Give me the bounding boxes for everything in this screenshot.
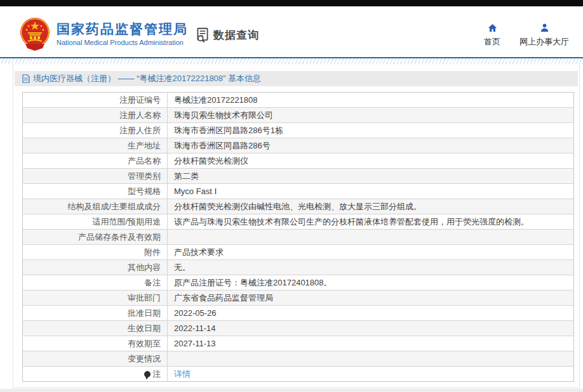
field-value: 该产品与珠海贝索生物技术有限公司生产的分枝杆菌液体培养管配套使用，用于荧光强度的… <box>168 214 574 230</box>
table-row: 注册人住所珠海市香洲区同昌路286号1栋 <box>23 123 574 138</box>
table-row: 管理类别第二类 <box>23 169 574 184</box>
breadcrumb-text: 境内医疗器械（注册） —— “粤械注准20172221808” 基本信息 <box>33 73 261 84</box>
field-label: 结构及组成/主要组成成分 <box>23 199 168 214</box>
comment-icon <box>144 371 151 377</box>
table-row: 变更情况 <box>23 351 574 367</box>
field-label: 生产地址 <box>23 138 168 154</box>
table-row: 注详情 <box>23 367 574 382</box>
nav-service-hall-label: 网上办事大厅 <box>519 36 569 48</box>
field-value: 分枝杆菌荧光检测仪由碱性电池、光电检测、放大显示三部分组成。 <box>168 199 574 214</box>
field-label: 产品名称 <box>23 154 168 169</box>
field-value <box>168 230 574 245</box>
field-value: 分枝杆菌荧光检测仪 <box>168 154 574 169</box>
field-value: 珠海贝索生物技术有限公司 <box>168 108 574 123</box>
field-label: 备注 <box>23 275 168 291</box>
field-label: 批准日期 <box>23 306 168 321</box>
site-header: 国家药品监督管理局 National Medical Products Admi… <box>0 6 583 57</box>
field-label: 有效期至 <box>23 336 168 351</box>
table-row: 产品储存条件及有效期 <box>23 230 574 245</box>
field-value: 珠海市香洲区同昌路286号 <box>168 138 574 154</box>
table-row: 批准日期2022-05-26 <box>23 306 574 321</box>
field-value: 第二类 <box>168 169 574 184</box>
field-label: 注册人住所 <box>23 123 168 138</box>
field-label: 注册证编号 <box>23 93 168 108</box>
field-label: 审批部门 <box>23 291 168 306</box>
user-icon <box>539 23 550 33</box>
table-row: 附件产品技术要求 <box>23 245 574 260</box>
registration-info-table: 注册证编号粤械注准20172221808注册人名称珠海贝索生物技术有限公司注册人… <box>22 92 574 382</box>
field-label: 适用范围/预期用途 <box>23 214 168 230</box>
field-label: 其他内容 <box>23 260 168 275</box>
field-label: 注 <box>23 367 168 382</box>
field-value: 2022-05-26 <box>168 306 574 321</box>
footer-strip <box>0 389 583 392</box>
content-wrapper: 境内医疗器械（注册） —— “粤械注准20172221808” 基本信息 注册证… <box>13 64 580 388</box>
field-value: 详情 <box>168 367 574 382</box>
table-row: 生效日期2022-11-14 <box>23 321 574 336</box>
hatched-band <box>0 58 583 64</box>
nav-home[interactable]: 首页 <box>484 23 500 48</box>
site-title-zh: 国家药品监督管理局 <box>57 21 188 37</box>
table-row: 备注原产品注册证号：粤械注准20172401808。 <box>23 275 574 291</box>
field-label: 管理类别 <box>23 169 168 184</box>
table-row: 适用范围/预期用途该产品与珠海贝索生物技术有限公司生产的分枝杆菌液体培养管配套使… <box>23 214 574 230</box>
field-value: 粤械注准20172221808 <box>168 93 574 108</box>
top-black-bar <box>0 0 583 6</box>
field-value: 珠海市香洲区同昌路286号1栋 <box>168 123 574 138</box>
field-value: 产品技术要求 <box>168 245 574 260</box>
field-value: 2027-11-13 <box>168 336 574 351</box>
nav-service-hall[interactable]: 网上办事大厅 <box>519 23 569 48</box>
field-value: 原产品注册证号：粤械注准20172401808。 <box>168 275 574 291</box>
field-label: 变更情况 <box>23 351 168 367</box>
field-label: 附件 <box>23 245 168 260</box>
nav-home-label: 首页 <box>484 36 500 48</box>
breadcrumb: 境内医疗器械（注册） —— “粤械注准20172221808” 基本信息 <box>15 71 578 86</box>
field-value <box>168 351 574 367</box>
document-search-icon <box>194 27 211 43</box>
detail-link[interactable]: 详情 <box>174 369 191 379</box>
table-row: 有效期至2027-11-13 <box>23 336 574 351</box>
header-nav: 首页 网上办事大厅 <box>484 23 569 48</box>
site-title-en: National Medical Products Administration <box>57 38 188 47</box>
table-row: 注册人名称珠海贝索生物技术有限公司 <box>23 108 574 123</box>
table-row: 产品名称分枝杆菌荧光检测仪 <box>23 154 574 169</box>
field-value: 2022-11-14 <box>168 321 574 336</box>
field-value: 无。 <box>168 260 574 275</box>
national-emblem-icon <box>19 17 51 51</box>
field-value: Myco Fast Ⅰ <box>168 184 574 199</box>
data-query-label: 数据查询 <box>213 28 259 42</box>
site-brand[interactable]: 国家药品监督管理局 National Medical Products Admi… <box>19 17 188 51</box>
field-label: 生效日期 <box>23 321 168 336</box>
home-icon <box>487 23 498 33</box>
brand-text: 国家药品监督管理局 National Medical Products Admi… <box>57 21 188 47</box>
table-row: 审批部门广东省食品药品监督管理局 <box>23 291 574 306</box>
table-row: 结构及组成/主要组成成分分枝杆菌荧光检测仪由碱性电池、光电检测、放大显示三部分组… <box>23 199 574 214</box>
table-row: 注册证编号粤械注准20172221808 <box>23 93 574 108</box>
field-value: 广东省食品药品监督管理局 <box>168 291 574 306</box>
field-label: 产品储存条件及有效期 <box>23 230 168 245</box>
document-icon <box>22 74 30 83</box>
table-row: 其他内容无。 <box>23 260 574 275</box>
data-query-section[interactable]: 数据查询 <box>194 27 259 43</box>
field-label: 型号规格 <box>23 184 168 199</box>
table-row: 型号规格Myco Fast Ⅰ <box>23 184 574 199</box>
field-label: 注册人名称 <box>23 108 168 123</box>
info-table-body: 注册证编号粤械注准20172221808注册人名称珠海贝索生物技术有限公司注册人… <box>23 93 574 382</box>
table-row: 生产地址珠海市香洲区同昌路286号 <box>23 138 574 154</box>
page: 国家药品监督管理局 National Medical Products Admi… <box>0 0 583 392</box>
